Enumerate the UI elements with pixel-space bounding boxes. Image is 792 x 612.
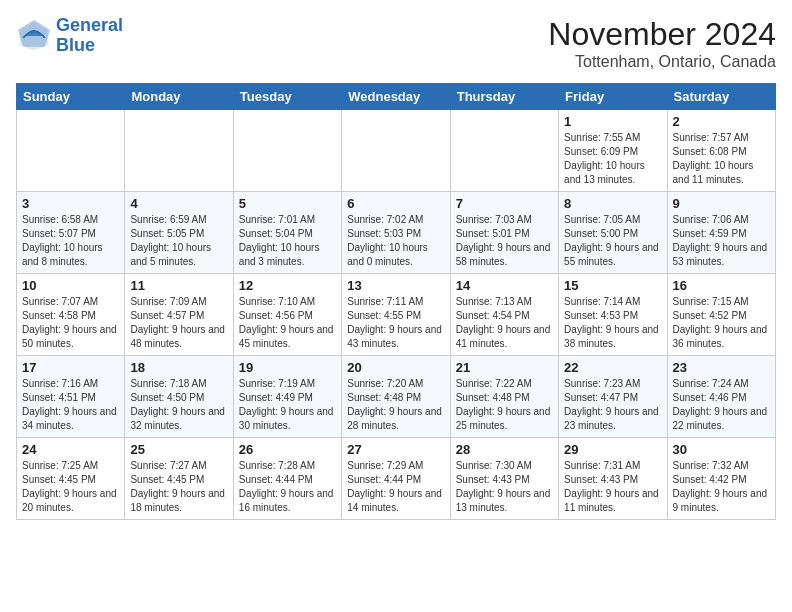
calendar-cell: 11Sunrise: 7:09 AMSunset: 4:57 PMDayligh… (125, 274, 233, 356)
day-number: 18 (130, 360, 227, 375)
day-number: 23 (673, 360, 770, 375)
day-number: 9 (673, 196, 770, 211)
calendar-cell: 16Sunrise: 7:15 AMSunset: 4:52 PMDayligh… (667, 274, 775, 356)
calendar-cell: 19Sunrise: 7:19 AMSunset: 4:49 PMDayligh… (233, 356, 341, 438)
day-number: 19 (239, 360, 336, 375)
day-info: Sunrise: 7:07 AMSunset: 4:58 PMDaylight:… (22, 295, 119, 351)
day-info: Sunrise: 7:19 AMSunset: 4:49 PMDaylight:… (239, 377, 336, 433)
calendar-cell (17, 110, 125, 192)
calendar-cell: 6Sunrise: 7:02 AMSunset: 5:03 PMDaylight… (342, 192, 450, 274)
day-number: 11 (130, 278, 227, 293)
logo: General Blue (16, 16, 123, 56)
day-number: 12 (239, 278, 336, 293)
calendar-cell: 14Sunrise: 7:13 AMSunset: 4:54 PMDayligh… (450, 274, 558, 356)
calendar-cell: 27Sunrise: 7:29 AMSunset: 4:44 PMDayligh… (342, 438, 450, 520)
day-number: 8 (564, 196, 661, 211)
calendar-cell: 28Sunrise: 7:30 AMSunset: 4:43 PMDayligh… (450, 438, 558, 520)
day-number: 6 (347, 196, 444, 211)
day-number: 29 (564, 442, 661, 457)
calendar-cell: 30Sunrise: 7:32 AMSunset: 4:42 PMDayligh… (667, 438, 775, 520)
month-title: November 2024 (548, 16, 776, 53)
day-info: Sunrise: 7:11 AMSunset: 4:55 PMDaylight:… (347, 295, 444, 351)
calendar-cell (342, 110, 450, 192)
calendar-week-row: 24Sunrise: 7:25 AMSunset: 4:45 PMDayligh… (17, 438, 776, 520)
calendar-cell: 1Sunrise: 7:55 AMSunset: 6:09 PMDaylight… (559, 110, 667, 192)
day-number: 16 (673, 278, 770, 293)
day-info: Sunrise: 7:25 AMSunset: 4:45 PMDaylight:… (22, 459, 119, 515)
calendar-cell: 23Sunrise: 7:24 AMSunset: 4:46 PMDayligh… (667, 356, 775, 438)
day-info: Sunrise: 7:27 AMSunset: 4:45 PMDaylight:… (130, 459, 227, 515)
day-number: 21 (456, 360, 553, 375)
logo-text: General Blue (56, 16, 123, 56)
day-info: Sunrise: 7:23 AMSunset: 4:47 PMDaylight:… (564, 377, 661, 433)
day-info: Sunrise: 7:16 AMSunset: 4:51 PMDaylight:… (22, 377, 119, 433)
day-number: 10 (22, 278, 119, 293)
day-info: Sunrise: 7:28 AMSunset: 4:44 PMDaylight:… (239, 459, 336, 515)
calendar-cell: 8Sunrise: 7:05 AMSunset: 5:00 PMDaylight… (559, 192, 667, 274)
calendar-cell (233, 110, 341, 192)
day-info: Sunrise: 7:55 AMSunset: 6:09 PMDaylight:… (564, 131, 661, 187)
day-number: 15 (564, 278, 661, 293)
calendar-cell: 15Sunrise: 7:14 AMSunset: 4:53 PMDayligh… (559, 274, 667, 356)
day-number: 22 (564, 360, 661, 375)
day-number: 30 (673, 442, 770, 457)
day-info: Sunrise: 6:59 AMSunset: 5:05 PMDaylight:… (130, 213, 227, 269)
day-number: 27 (347, 442, 444, 457)
calendar-cell: 29Sunrise: 7:31 AMSunset: 4:43 PMDayligh… (559, 438, 667, 520)
day-info: Sunrise: 7:57 AMSunset: 6:08 PMDaylight:… (673, 131, 770, 187)
calendar-cell: 2Sunrise: 7:57 AMSunset: 6:08 PMDaylight… (667, 110, 775, 192)
day-info: Sunrise: 6:58 AMSunset: 5:07 PMDaylight:… (22, 213, 119, 269)
weekday-header-row: SundayMondayTuesdayWednesdayThursdayFrid… (17, 84, 776, 110)
calendar-cell: 18Sunrise: 7:18 AMSunset: 4:50 PMDayligh… (125, 356, 233, 438)
weekday-header: Saturday (667, 84, 775, 110)
day-number: 26 (239, 442, 336, 457)
calendar-cell: 21Sunrise: 7:22 AMSunset: 4:48 PMDayligh… (450, 356, 558, 438)
day-info: Sunrise: 7:29 AMSunset: 4:44 PMDaylight:… (347, 459, 444, 515)
location: Tottenham, Ontario, Canada (548, 53, 776, 71)
day-info: Sunrise: 7:09 AMSunset: 4:57 PMDaylight:… (130, 295, 227, 351)
calendar-cell: 13Sunrise: 7:11 AMSunset: 4:55 PMDayligh… (342, 274, 450, 356)
day-info: Sunrise: 7:30 AMSunset: 4:43 PMDaylight:… (456, 459, 553, 515)
day-info: Sunrise: 7:15 AMSunset: 4:52 PMDaylight:… (673, 295, 770, 351)
day-info: Sunrise: 7:05 AMSunset: 5:00 PMDaylight:… (564, 213, 661, 269)
day-number: 13 (347, 278, 444, 293)
weekday-header: Wednesday (342, 84, 450, 110)
day-number: 5 (239, 196, 336, 211)
calendar-cell: 9Sunrise: 7:06 AMSunset: 4:59 PMDaylight… (667, 192, 775, 274)
calendar-cell: 4Sunrise: 6:59 AMSunset: 5:05 PMDaylight… (125, 192, 233, 274)
day-info: Sunrise: 7:01 AMSunset: 5:04 PMDaylight:… (239, 213, 336, 269)
day-number: 2 (673, 114, 770, 129)
day-number: 1 (564, 114, 661, 129)
day-info: Sunrise: 7:14 AMSunset: 4:53 PMDaylight:… (564, 295, 661, 351)
day-info: Sunrise: 7:32 AMSunset: 4:42 PMDaylight:… (673, 459, 770, 515)
day-number: 28 (456, 442, 553, 457)
weekday-header: Tuesday (233, 84, 341, 110)
day-info: Sunrise: 7:06 AMSunset: 4:59 PMDaylight:… (673, 213, 770, 269)
calendar-cell: 17Sunrise: 7:16 AMSunset: 4:51 PMDayligh… (17, 356, 125, 438)
calendar-cell: 20Sunrise: 7:20 AMSunset: 4:48 PMDayligh… (342, 356, 450, 438)
calendar-week-row: 1Sunrise: 7:55 AMSunset: 6:09 PMDaylight… (17, 110, 776, 192)
day-number: 7 (456, 196, 553, 211)
day-number: 4 (130, 196, 227, 211)
calendar-cell: 26Sunrise: 7:28 AMSunset: 4:44 PMDayligh… (233, 438, 341, 520)
weekday-header: Thursday (450, 84, 558, 110)
day-info: Sunrise: 7:03 AMSunset: 5:01 PMDaylight:… (456, 213, 553, 269)
calendar-week-row: 3Sunrise: 6:58 AMSunset: 5:07 PMDaylight… (17, 192, 776, 274)
calendar: SundayMondayTuesdayWednesdayThursdayFrid… (16, 83, 776, 520)
weekday-header: Monday (125, 84, 233, 110)
day-info: Sunrise: 7:22 AMSunset: 4:48 PMDaylight:… (456, 377, 553, 433)
calendar-cell (125, 110, 233, 192)
day-info: Sunrise: 7:20 AMSunset: 4:48 PMDaylight:… (347, 377, 444, 433)
day-info: Sunrise: 7:13 AMSunset: 4:54 PMDaylight:… (456, 295, 553, 351)
day-number: 20 (347, 360, 444, 375)
calendar-week-row: 10Sunrise: 7:07 AMSunset: 4:58 PMDayligh… (17, 274, 776, 356)
calendar-cell: 24Sunrise: 7:25 AMSunset: 4:45 PMDayligh… (17, 438, 125, 520)
logo-icon (16, 18, 52, 54)
calendar-week-row: 17Sunrise: 7:16 AMSunset: 4:51 PMDayligh… (17, 356, 776, 438)
calendar-cell: 25Sunrise: 7:27 AMSunset: 4:45 PMDayligh… (125, 438, 233, 520)
calendar-cell (450, 110, 558, 192)
day-info: Sunrise: 7:24 AMSunset: 4:46 PMDaylight:… (673, 377, 770, 433)
day-number: 24 (22, 442, 119, 457)
weekday-header: Sunday (17, 84, 125, 110)
calendar-cell: 10Sunrise: 7:07 AMSunset: 4:58 PMDayligh… (17, 274, 125, 356)
